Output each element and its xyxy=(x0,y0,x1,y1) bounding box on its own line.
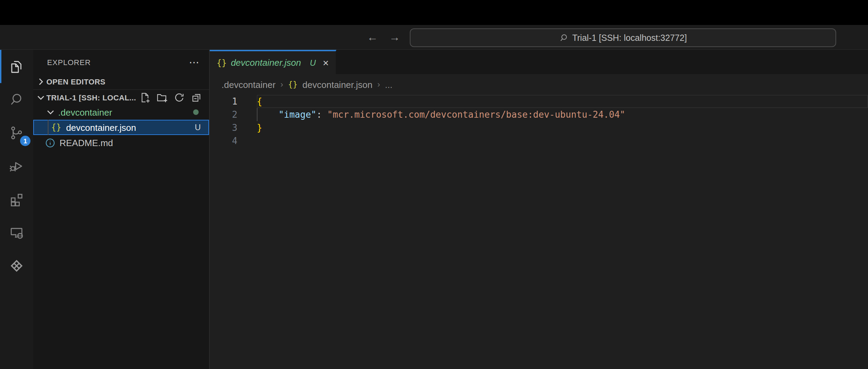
tree-item-devcontainer-folder[interactable]: .devcontainer xyxy=(33,105,209,120)
code-editor[interactable]: 1 { 2 "image": "mcr.microsoft.com/devcon… xyxy=(210,95,868,369)
activitybar-extensions[interactable] xyxy=(0,183,33,216)
project-label: TRIAL-1 [SSH: LOCAL... xyxy=(46,93,139,101)
more-actions-icon[interactable]: ⋯ xyxy=(189,57,199,67)
file-name: devcontainer.json xyxy=(66,122,195,133)
sidebar-explorer: EXPLORER ⋯ OPEN EDITORS TRIAL-1 [SSH: LO… xyxy=(33,50,210,369)
tree-item-readme[interactable]: README.md xyxy=(33,135,209,150)
explorer-actions xyxy=(139,92,202,103)
code-line-1: 1 { xyxy=(210,95,868,108)
tab-git-badge: U xyxy=(310,58,316,68)
git-untracked-dot xyxy=(193,109,199,115)
diamond-grid-icon xyxy=(8,258,25,274)
activitybar-run-debug[interactable] xyxy=(0,150,33,183)
tree-indent-guide xyxy=(48,120,48,135)
git-untracked-badge: U xyxy=(195,123,201,132)
tab-label: devcontainer.json xyxy=(231,57,306,68)
back-arrow-icon[interactable]: ← xyxy=(365,29,380,45)
info-icon xyxy=(45,137,55,148)
remote-explorer-icon xyxy=(8,224,25,241)
string-token: "mcr.microsoft.com/devcontainers/base:de… xyxy=(327,109,625,120)
activitybar-search[interactable] xyxy=(0,83,33,116)
new-file-icon[interactable] xyxy=(139,92,150,103)
search-icon xyxy=(8,91,25,108)
chevron-down-icon xyxy=(35,92,46,103)
activitybar-explorer[interactable] xyxy=(0,50,33,83)
line-number: 3 xyxy=(210,121,237,134)
breadcrumb-symbol[interactable]: ... xyxy=(385,79,392,90)
refresh-icon[interactable] xyxy=(174,92,185,103)
space-token xyxy=(322,109,327,120)
line-number: 1 xyxy=(210,95,237,108)
collapse-all-icon[interactable] xyxy=(191,92,202,103)
code-line-4: 4 xyxy=(210,134,868,147)
code-line-2: 2 "image": "mcr.microsoft.com/devcontain… xyxy=(210,108,868,121)
indent-token xyxy=(257,109,279,120)
code-line-3: 3 } xyxy=(210,121,868,134)
open-editors-section[interactable]: OPEN EDITORS xyxy=(33,74,209,89)
indent-guide xyxy=(257,108,257,121)
property-token: "image" xyxy=(279,109,317,120)
titlebar: ← → Trial-1 [SSH: localhost:32772] xyxy=(0,25,868,50)
chevron-separator-icon: › xyxy=(377,80,380,89)
activitybar-remote-explorer[interactable] xyxy=(0,216,33,249)
scm-changes-badge: 1 xyxy=(20,136,30,146)
open-editors-label: OPEN EDITORS xyxy=(46,78,209,86)
tab-devcontainer-json[interactable]: {} devcontainer.json U × xyxy=(210,50,336,74)
breadcrumb: .devcontainer › {} devcontainer.json › .… xyxy=(210,74,868,95)
command-center-label: Trial-1 [SSH: localhost:32772] xyxy=(572,33,687,43)
command-center-search[interactable]: Trial-1 [SSH: localhost:32772] xyxy=(410,28,836,47)
project-section[interactable]: TRIAL-1 [SSH: LOCAL... xyxy=(33,89,209,105)
open-brace-token: { xyxy=(257,96,262,107)
tree-item-devcontainer-json[interactable]: {} devcontainer.json U xyxy=(33,120,209,135)
macos-menubar-strip xyxy=(0,0,868,25)
json-file-icon: {} xyxy=(288,80,298,89)
file-name: README.md xyxy=(60,137,113,148)
debug-icon xyxy=(8,158,25,174)
activitybar-marketplace-diamond[interactable] xyxy=(0,249,33,282)
sidebar-header: EXPLORER ⋯ xyxy=(33,50,209,74)
forward-arrow-icon[interactable]: → xyxy=(387,29,402,45)
chevron-right-icon xyxy=(35,76,46,87)
line-number: 4 xyxy=(210,134,237,147)
vscode-window: ← → Trial-1 [SSH: localhost:32772] xyxy=(0,0,868,369)
close-brace-token: } xyxy=(257,123,262,133)
breadcrumb-file[interactable]: devcontainer.json xyxy=(302,79,372,90)
folder-name: .devcontainer xyxy=(58,107,193,117)
json-file-icon: {} xyxy=(51,123,61,132)
chevron-separator-icon: › xyxy=(280,80,283,89)
files-icon xyxy=(10,58,25,75)
tab-bar: {} devcontainer.json U × xyxy=(210,50,868,74)
chevron-down-icon xyxy=(45,107,56,118)
new-folder-icon[interactable] xyxy=(156,92,168,103)
breadcrumb-folder[interactable]: .devcontainer xyxy=(221,79,275,90)
json-file-icon: {} xyxy=(217,58,227,68)
editor-area: {} devcontainer.json U × .devcontainer ›… xyxy=(210,50,868,369)
colon-token: : xyxy=(316,109,322,120)
sidebar-title: EXPLORER xyxy=(47,58,189,66)
extensions-icon xyxy=(8,191,25,208)
history-navigation: ← → xyxy=(365,25,402,49)
search-icon xyxy=(559,33,568,42)
activitybar-source-control[interactable]: 1 xyxy=(0,116,33,150)
activity-bar: 1 xyxy=(0,50,33,369)
line-number: 2 xyxy=(210,108,237,121)
close-icon[interactable]: × xyxy=(323,57,329,68)
